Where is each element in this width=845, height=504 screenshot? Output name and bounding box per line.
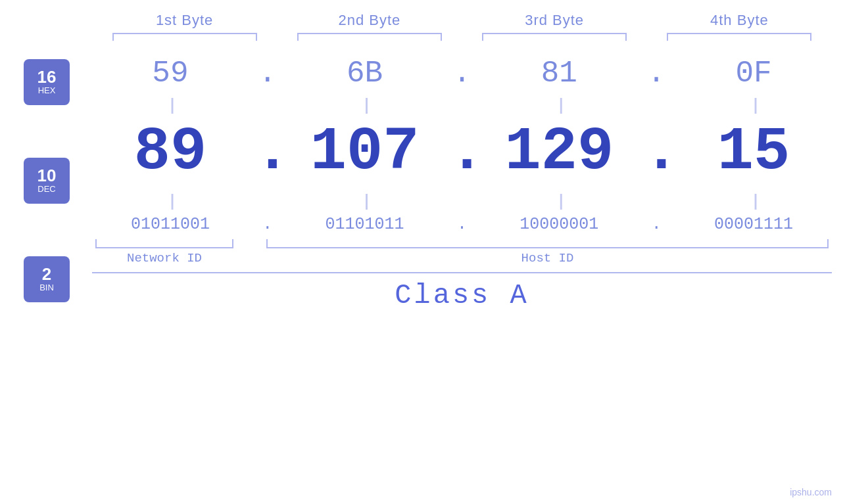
hex-row: 59 . 6B . 81 . 0F xyxy=(92,57,832,91)
equals-3: || xyxy=(487,95,631,115)
class-bracket-line xyxy=(92,272,832,273)
main-container: 1st Byte 2nd Byte 3rd Byte 4th Byte 16 H… xyxy=(0,0,845,504)
equals-row-1: || || || || xyxy=(92,95,832,115)
values-area: 59 . 6B . 81 . 0F xyxy=(92,47,845,504)
hex-dot-1: . xyxy=(254,57,281,91)
bin-badge-label: BIN xyxy=(39,283,54,293)
bin-dot-3: . xyxy=(643,215,669,234)
top-bracket-2 xyxy=(297,33,442,41)
equals2-3: || xyxy=(487,191,631,211)
network-id-label: Network ID xyxy=(127,251,202,265)
bin-dot-1: . xyxy=(254,215,281,234)
equals-4: || xyxy=(681,95,826,115)
bin-badge: 2 BIN xyxy=(24,256,70,302)
equals-1: || xyxy=(98,95,243,115)
dec-dot-3: . xyxy=(643,118,669,187)
bin-value-1: 01011001 xyxy=(98,215,243,234)
equals2-4: || xyxy=(681,191,826,211)
bin-value-3: 10000001 xyxy=(487,215,631,234)
equals2-2: || xyxy=(293,191,437,211)
hex-badge: 16 HEX xyxy=(24,59,70,105)
byte-label-2: 2nd Byte xyxy=(297,12,442,29)
network-bracket-wrap: Network ID xyxy=(92,239,237,265)
host-bracket-wrap: Host ID xyxy=(263,239,832,265)
bin-dot-2: . xyxy=(448,215,475,234)
bin-row: 01011001 . 01101011 . 10000001 . xyxy=(92,215,832,234)
dec-dot-2: . xyxy=(448,118,475,187)
top-bracket-1 xyxy=(112,33,257,41)
equals-2: || xyxy=(293,95,437,115)
hex-dot-2: . xyxy=(448,57,475,91)
byte-label-1: 1st Byte xyxy=(112,12,257,29)
top-bracket-4 xyxy=(667,33,811,41)
hex-badge-label: HEX xyxy=(38,85,56,96)
class-label: Class A xyxy=(395,280,529,311)
watermark: ipshu.com xyxy=(790,487,832,497)
byte-labels-row: 1st Byte 2nd Byte 3rd Byte 4th Byte xyxy=(0,12,845,29)
dec-row: 89 . 107 . 129 . 15 xyxy=(92,118,832,187)
network-bracket xyxy=(95,239,233,248)
badges-column: 16 HEX 10 DEC 2 BIN xyxy=(0,47,92,504)
bottom-brackets-container: Network ID Host ID xyxy=(92,239,832,265)
host-id-label: Host ID xyxy=(521,251,574,265)
equals2-1: || xyxy=(98,191,243,211)
hex-value-3: 81 xyxy=(487,57,631,91)
class-section: Class A xyxy=(92,272,832,311)
dec-badge-number: 10 xyxy=(37,167,57,184)
dec-dot-1: . xyxy=(254,118,281,187)
hex-value-1: 59 xyxy=(98,57,243,91)
byte-label-3: 3rd Byte xyxy=(482,12,627,29)
host-bracket xyxy=(266,239,829,248)
hex-value-4: 0F xyxy=(681,57,826,91)
dec-value-2: 107 xyxy=(293,118,437,187)
dec-badge-label: DEC xyxy=(37,184,55,195)
byte-label-4: 4th Byte xyxy=(667,12,811,29)
bin-value-2: 01101011 xyxy=(293,215,437,234)
bin-badge-number: 2 xyxy=(42,265,51,283)
dec-badge: 10 DEC xyxy=(24,158,70,204)
bin-value-4: 00001111 xyxy=(681,215,826,234)
dec-value-1: 89 xyxy=(98,118,243,187)
top-brackets-row xyxy=(0,33,845,41)
hex-value-2: 6B xyxy=(293,57,437,91)
top-bracket-3 xyxy=(482,33,627,41)
dec-value-4: 15 xyxy=(681,118,826,187)
hex-badge-number: 16 xyxy=(37,68,57,85)
equals-row-2: || || || || xyxy=(92,191,832,211)
hex-dot-3: . xyxy=(643,57,669,91)
dec-value-3: 129 xyxy=(487,118,631,187)
